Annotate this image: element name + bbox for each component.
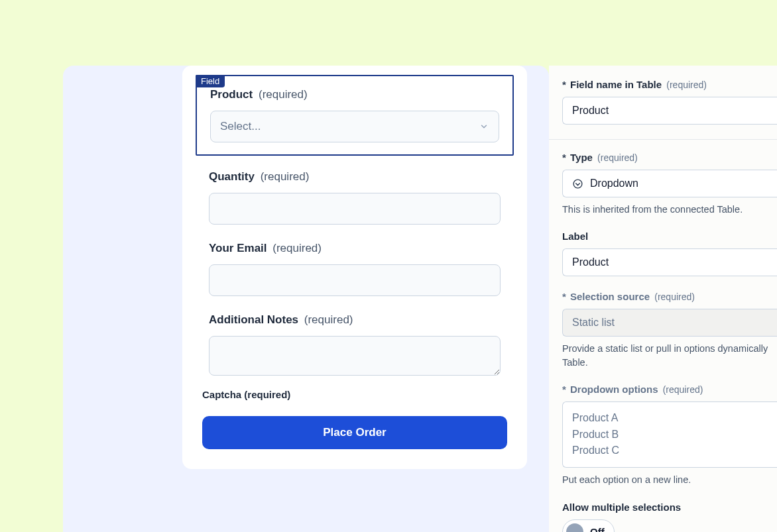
captcha-label: Captcha (required): [202, 389, 514, 400]
prop-row-dropdown-options: * Dropdown options (required) Product A …: [562, 384, 777, 487]
field-quantity[interactable]: Quantity (required): [196, 170, 514, 225]
field-email[interactable]: Your Email (required): [196, 242, 514, 296]
type-value: Dropdown: [590, 178, 638, 189]
label-text: Allow multiple selections: [562, 502, 681, 513]
required-text: (required): [654, 292, 695, 302]
label-text: Product: [210, 88, 253, 101]
required-indicator: (required): [261, 170, 310, 183]
prop-row-type: * Type (required) Dropdown This is inher…: [562, 152, 777, 216]
divider: [549, 139, 777, 140]
type-help-text: This is inherited from the connected Tab…: [562, 203, 777, 216]
label-text: Your Email: [209, 242, 267, 254]
allow-multiple-label: Allow multiple selections: [562, 502, 777, 513]
required-asterisk: *: [562, 152, 566, 163]
allow-multiple-toggle[interactable]: Off: [562, 519, 615, 532]
required-text: (required): [597, 152, 638, 163]
label-input-native[interactable]: [572, 256, 768, 268]
dropdown-type-icon: [572, 178, 583, 189]
field-label-email: Your Email (required): [209, 242, 501, 255]
submit-button[interactable]: Place Order: [202, 416, 507, 449]
field-tag: Field: [196, 75, 225, 87]
label-text: Type: [570, 152, 593, 163]
form-canvas: Field Product (required) Select... Quant…: [63, 66, 549, 532]
form-card: Field Product (required) Select... Quant…: [182, 66, 527, 469]
label-text: Selection source: [570, 291, 650, 302]
required-indicator: (required): [304, 313, 353, 326]
type-select[interactable]: Dropdown: [562, 170, 777, 197]
label-text: Field name in Table: [570, 79, 662, 90]
field-notes[interactable]: Additional Notes (required): [196, 313, 514, 378]
quantity-input[interactable]: [209, 193, 501, 225]
chevron-down-icon: [479, 121, 489, 132]
product-select[interactable]: Select...: [210, 111, 499, 142]
field-name-input[interactable]: [562, 97, 777, 125]
required-indicator: (required): [272, 242, 322, 254]
label-text: Label: [562, 231, 588, 242]
required-asterisk: *: [562, 79, 566, 90]
required-asterisk: *: [562, 384, 566, 395]
field-product-selected[interactable]: Field Product (required) Select...: [196, 75, 514, 156]
required-text: (required): [666, 80, 707, 90]
select-placeholder: Select...: [220, 120, 261, 133]
required-indicator: (required): [259, 88, 308, 101]
field-name-label: * Field name in Table (required): [562, 79, 777, 90]
properties-panel: * Field name in Table (required) * Type …: [549, 66, 777, 532]
toggle-state-label: Off: [590, 526, 605, 532]
dropdown-options-help: Put each option on a new line.: [562, 473, 777, 486]
svg-point-0: [573, 180, 582, 188]
type-label: * Type (required): [562, 152, 777, 163]
selection-source-select[interactable]: Static list: [562, 309, 777, 337]
label-text: Dropdown options: [570, 384, 658, 395]
dropdown-options-label: * Dropdown options (required): [562, 384, 777, 395]
field-label-product: Product (required): [210, 88, 499, 101]
field-name-input-native[interactable]: [572, 105, 768, 117]
prop-row-allow-multiple: Allow multiple selections Off: [562, 502, 777, 532]
field-label-quantity: Quantity (required): [209, 170, 501, 184]
selection-source-value: Static list: [572, 317, 615, 329]
selection-source-label: * Selection source (required): [562, 291, 777, 302]
label-field-label: Label: [562, 231, 777, 242]
selection-source-help: Provide a static list or pull in options…: [562, 342, 777, 369]
email-input[interactable]: [209, 264, 501, 296]
label-text: Quantity: [209, 170, 255, 183]
dropdown-options-textarea[interactable]: Product A Product B Product C: [562, 401, 777, 468]
notes-textarea[interactable]: [209, 336, 501, 376]
label-input[interactable]: [562, 248, 777, 276]
prop-row-label: Label: [562, 231, 777, 276]
required-text: (required): [663, 384, 703, 395]
prop-row-selection-source: * Selection source (required) Static lis…: [562, 291, 777, 369]
label-text: Additional Notes: [209, 313, 298, 326]
field-label-notes: Additional Notes (required): [209, 313, 501, 327]
toggle-knob: [566, 523, 583, 532]
prop-row-field-name: * Field name in Table (required): [562, 79, 777, 125]
required-asterisk: *: [562, 291, 566, 302]
